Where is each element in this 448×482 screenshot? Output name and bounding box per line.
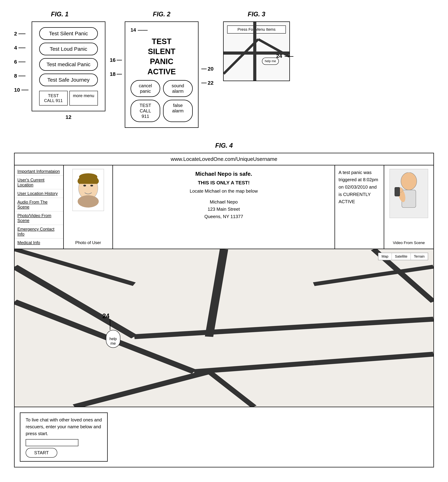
svg-point-8 [78,195,99,207]
fig2-btn-grid: cancel panic sound alarm TEST CALL 911 f… [130,80,193,122]
chat-text: To live chat with other loved ones and r… [26,417,102,437]
nav-current-location[interactable]: User's Current Location [15,176,63,189]
btn-test-silent-panic[interactable]: Test Silent Panic [39,27,98,40]
fig4-info-row: Important Informataion User's Current Lo… [15,166,433,249]
btn-test-loud-panic[interactable]: Test Loud Panic [39,43,98,55]
svg-line-23 [314,267,433,284]
nav-emergency-contact[interactable]: Emergency Contact Info [15,225,63,238]
btn-sound-alarm[interactable]: sound alarm [163,80,193,97]
ref-2: 2 [14,27,30,41]
chat-start-button[interactable]: START [26,448,57,458]
map-btn-satellite[interactable]: Satellite [392,253,411,260]
fig1-with-refs: 2 4 6 8 10 Test Silent Panic Test Loud P… [14,21,105,120]
fig4-map-svg [15,249,433,407]
fig3-ref24: 24 [276,53,293,59]
fig4-ref24-arrow [110,319,110,330]
nav-important-info[interactable]: Important Informataion [15,167,63,176]
fig4-box: www.LocateLovedOne.com/UniqueUsername Im… [14,153,434,467]
ref-22: 22 [200,76,214,90]
fig1-label: FIG. 1 [51,10,69,18]
fig4-alert-text: A test panic was triggered at 8:02pm on … [339,169,380,205]
fig3-box: Press For Menu Items help me [223,21,290,81]
map-controls: Map Satellite Terrain [378,253,428,260]
fig2-container: FIG. 2 16 18 14 —— TEST SILENT PANIC ACT… [116,10,207,128]
fig1-box-ref: 12 [65,114,71,120]
fig4-center-subtitle: THIS IS ONLY A TEST! [118,180,329,186]
fig4-ref24-label: 24 [103,312,109,320]
fig1-container: FIG. 1 2 4 6 8 10 Test Silent Panic Test… [14,10,105,120]
fig1-bottom-row: TEST CALL 911 more menu [39,91,98,105]
fig4-video-col: Video From Scene [384,166,433,249]
btn-false-alarm[interactable]: false alarm [163,100,193,122]
ref14-dash: —— [138,27,148,33]
map-btn-map[interactable]: Map [378,253,392,260]
fig1-refs-col: 2 4 6 8 10 [14,21,30,97]
fig3-roads-svg [224,22,289,81]
fig4-url-bar: www.LocateLovedOne.com/UniqueUsername [15,153,433,166]
fig4-container: FIG. 4 www.LocateLovedOne.com/UniqueUser… [14,142,434,467]
svg-rect-13 [395,187,400,196]
fig4-video-thumb [390,169,428,218]
btn-test-safe-journey[interactable]: Test Safe Journey [39,74,98,86]
fig4-locate-text: Locate Michael on the map below [118,188,329,194]
figures-top-row: FIG. 1 2 4 6 8 10 Test Silent Panic Test… [14,10,434,128]
fig3-container: FIG. 3 Press For Menu Items help me 2 [218,10,295,71]
ref-20: 20 [200,62,214,76]
btn-test-call-911-fig2[interactable]: TEST CALL 911 [130,100,160,122]
fig4-video-label: Video From Scene [393,241,425,245]
fig2-title: TEST SILENT PANIC ACTIVE [147,36,176,77]
fig4-map-area: Map Satellite Terrain [15,249,433,407]
btn-test-call-911[interactable]: TEST CALL 911 [39,91,68,105]
ref-18: 18 [110,67,123,81]
svg-line-21 [74,371,209,406]
fig4-photo-col: Photo of User [64,166,113,249]
svg-line-16 [134,319,433,337]
fig4-label: FIG. 4 [215,142,233,149]
svg-line-17 [194,363,314,372]
ref-14: 14 [130,27,136,33]
ref-6: 6 [14,55,30,69]
ref-4: 4 [14,41,30,55]
video-person-svg [393,173,425,214]
fig2-box: 14 —— TEST SILENT PANIC ACTIVE cancel pa… [125,21,199,128]
fig1-box: Test Silent Panic Test Loud Panic Test m… [32,21,105,111]
fig4-nav-col: Important Informataion User's Current Lo… [15,166,64,249]
btn-cancel-panic[interactable]: cancel panic [130,80,160,97]
svg-point-5 [83,185,86,187]
svg-line-2 [224,39,258,74]
fig4-alert-col: A test panic was triggered at 8:02pm on … [335,166,384,249]
svg-point-9 [401,173,417,190]
ref-10: 10 [14,83,30,97]
svg-point-6 [90,185,93,187]
fig4-help-me-marker[interactable]: help me [106,330,120,348]
svg-line-18 [314,354,433,363]
fig4-photo-label: Photo of User [75,240,101,245]
btn-more-menu[interactable]: more menu [69,91,98,105]
user-face-svg [74,173,102,207]
fig4-chat-area: To live chat with other loved ones and r… [15,407,433,467]
ref-16: 16 [110,53,123,67]
chat-name-input[interactable] [26,439,78,446]
btn-test-medical-panic[interactable]: Test medical Panic [39,58,98,71]
nav-audio-scene[interactable]: Audio From The Scene [15,198,63,211]
fig3-label: FIG. 3 [248,10,265,18]
fig4-center-col: Michael Nepo is safe. THIS IS ONLY A TES… [113,166,335,249]
fig4-center-title: Michael Nepo is safe. [118,171,329,177]
nav-medical-info[interactable]: Medical Info [15,238,63,247]
svg-line-22 [209,371,254,406]
fig4-address: Michael Nepo 123 Main Street Queens, NY … [118,198,329,220]
fig4-photo-face [72,169,104,211]
nav-photo-video[interactable]: Photo/Video From Scene [15,211,63,225]
ref-8: 8 [14,69,30,83]
svg-line-19 [209,249,224,337]
fig2-label: FIG. 2 [153,10,170,18]
map-btn-terrain[interactable]: Terrain [411,253,428,260]
nav-location-history[interactable]: User Location History [15,189,63,198]
chat-box: To live chat with other loved ones and r… [20,412,108,462]
